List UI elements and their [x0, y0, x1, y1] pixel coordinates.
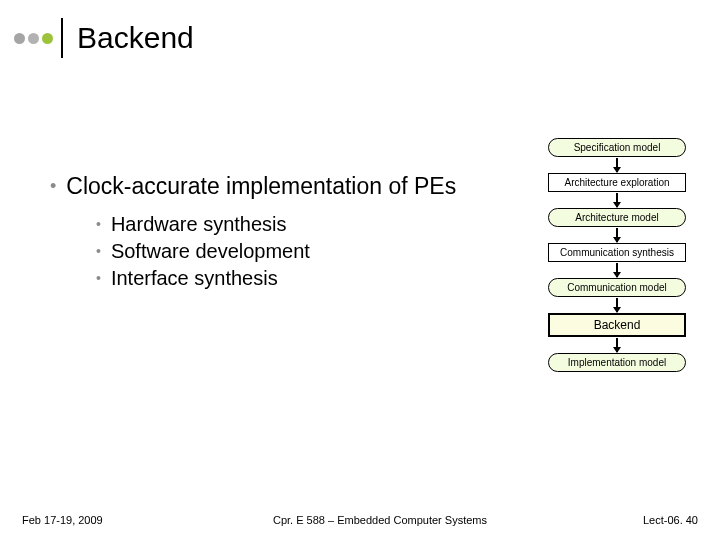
main-bullet-text: Clock-accurate implementation of PEs	[66, 172, 456, 201]
flow-box-comm-model: Communication model	[548, 278, 686, 297]
content-body: • Clock-accurate implementation of PEs •…	[50, 172, 480, 292]
arrow-down-icon	[616, 298, 618, 312]
bullet-icon: •	[96, 211, 101, 237]
footer: Feb 17-19, 2009 Cpr. E 588 – Embedded Co…	[0, 514, 720, 526]
dot-icon	[14, 33, 25, 44]
sub-bullet-text: Interface synthesis	[111, 265, 278, 292]
dot-icon	[28, 33, 39, 44]
header-divider	[61, 18, 63, 58]
arrow-down-icon	[616, 158, 618, 172]
flow-box-arch-exploration: Architecture exploration	[548, 173, 686, 192]
flow-box-spec: Specification model	[548, 138, 686, 157]
main-bullet: • Clock-accurate implementation of PEs	[50, 172, 480, 201]
arrow-down-icon	[616, 193, 618, 207]
flow-box-comm-synthesis: Communication synthesis	[548, 243, 686, 262]
flow-box-arch-model: Architecture model	[548, 208, 686, 227]
sub-bullet: • Hardware synthesis	[96, 211, 480, 238]
header-dots	[14, 33, 53, 44]
arrow-down-icon	[616, 263, 618, 277]
bullet-icon: •	[96, 265, 101, 291]
footer-course: Cpr. E 588 – Embedded Computer Systems	[162, 514, 598, 526]
arrow-down-icon	[616, 228, 618, 242]
arrow-down-icon	[616, 338, 618, 352]
sub-bullet: • Interface synthesis	[96, 265, 480, 292]
flow-box-backend: Backend	[548, 313, 686, 337]
sub-bullet-text: Software development	[111, 238, 310, 265]
footer-date: Feb 17-19, 2009	[22, 514, 162, 526]
bullet-icon: •	[96, 238, 101, 264]
sub-bullet-text: Hardware synthesis	[111, 211, 287, 238]
footer-lecture: Lect-06. 40	[598, 514, 698, 526]
bullet-icon: •	[50, 172, 56, 200]
dot-icon	[42, 33, 53, 44]
sub-bullet: • Software development	[96, 238, 480, 265]
flow-box-impl-model: Implementation model	[548, 353, 686, 372]
page-title: Backend	[77, 21, 194, 55]
flow-diagram: Specification model Architecture explora…	[542, 138, 692, 372]
